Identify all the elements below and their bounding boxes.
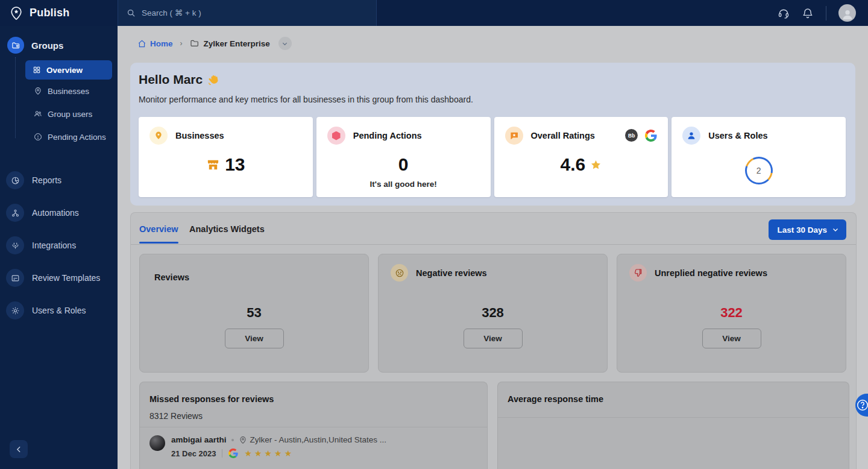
global-search[interactable] xyxy=(118,0,377,26)
groups-folder-icon xyxy=(7,37,24,54)
sidebar-businesses-label: Businesses xyxy=(48,87,89,96)
review-location-text: Zylker - Austin,Austin,United States ... xyxy=(250,435,387,444)
breadcrumb-entity[interactable]: Zylker Enterprise xyxy=(190,39,270,48)
date-range-label: Last 30 Days xyxy=(777,225,827,234)
stat-users-value: 2 xyxy=(756,166,761,175)
group-users-icon xyxy=(34,110,42,118)
missed-responses-title: Missed responses for reviews xyxy=(149,394,274,404)
sidebar: Groups Overview Businesses Group users P… xyxy=(0,26,118,469)
user-avatar[interactable] xyxy=(838,4,856,22)
stat-businesses-value: 13 xyxy=(225,154,245,175)
chevron-down-icon xyxy=(832,226,839,233)
home-icon xyxy=(137,39,146,48)
topbar: Publish xyxy=(0,0,868,26)
stat-ratings-value: 4.6 xyxy=(561,154,586,175)
breadcrumb: Home › Zylker Enterprise xyxy=(137,37,292,50)
stat-pending-note: It's all good here! xyxy=(316,180,491,189)
sidebar-automations-label: Automations xyxy=(32,208,79,218)
widget-negative-value: 328 xyxy=(379,305,607,321)
topbar-divider xyxy=(826,6,826,20)
reviewer-avatar xyxy=(149,435,165,451)
chevron-down-icon xyxy=(281,40,288,47)
users-roles-gear-icon xyxy=(6,301,24,319)
reviews-view-button[interactable]: View xyxy=(225,329,284,348)
negative-view-button[interactable]: View xyxy=(464,329,523,348)
star-icon xyxy=(590,159,602,171)
sidebar-groups-label: Groups xyxy=(31,40,63,51)
sidebar-item-businesses[interactable]: Businesses xyxy=(34,80,89,102)
sidebar-collapse-button[interactable] xyxy=(10,440,28,458)
breadcrumb-switcher-button[interactable] xyxy=(278,37,292,50)
stat-businesses-title: Businesses xyxy=(175,131,224,140)
app-title: Publish xyxy=(30,7,69,19)
question-mark-icon xyxy=(856,398,868,412)
vertical-divider xyxy=(222,449,222,458)
widgets-row: Reviews 53 View Negative reviews 328 Vie… xyxy=(139,254,846,373)
widget-unreplied-negative: Unreplied negative reviews 322 View xyxy=(617,254,846,373)
breadcrumb-entity-label: Zylker Enterprise xyxy=(204,39,270,48)
sidebar-item-integrations[interactable]: Integrations xyxy=(6,233,76,257)
breadcrumb-home[interactable]: Home xyxy=(137,39,173,48)
sidebar-reports-label: Reports xyxy=(32,175,61,185)
automations-flow-icon xyxy=(6,204,24,222)
sad-face-icon xyxy=(391,264,408,282)
reviewer-name: ambigai aarthi xyxy=(171,435,227,444)
stat-card-businesses[interactable]: Businesses 13 xyxy=(139,117,313,197)
review-date: 21 Dec 2023 xyxy=(171,449,216,458)
search-input[interactable] xyxy=(142,8,368,17)
storefront-icon xyxy=(206,158,220,172)
main-content: Home › Zylker Enterprise Hello Marc Moni… xyxy=(118,26,868,469)
tab-analytics-widgets[interactable]: Analytics Widgets xyxy=(189,224,265,234)
sidebar-item-group-users[interactable]: Group users xyxy=(34,102,92,125)
greeting-text: Hello Marc xyxy=(139,72,203,87)
unreplied-view-button[interactable]: View xyxy=(702,329,761,348)
greeting-title: Hello Marc xyxy=(139,72,220,87)
sidebar-tree-line xyxy=(15,57,16,138)
missed-responses-count: 8312 Reviews xyxy=(149,411,203,421)
date-range-button[interactable]: Last 30 Days xyxy=(769,219,846,240)
sidebar-pending-actions-label: Pending Actions xyxy=(48,133,106,142)
search-icon xyxy=(127,8,136,17)
tab-overview[interactable]: Overview xyxy=(139,224,178,234)
wave-hand-icon xyxy=(207,74,220,86)
sidebar-item-automations[interactable]: Automations xyxy=(6,201,79,225)
tabs-bar: Overview Analytics Widgets Last 30 Days xyxy=(131,213,856,245)
missed-responses-card: Missed responses for reviews 8312 Review… xyxy=(139,382,488,469)
sidebar-item-reports[interactable]: Reports xyxy=(6,168,61,192)
thumbs-down-icon xyxy=(629,264,647,282)
widget-reviews: Reviews 53 View xyxy=(139,254,369,373)
widget-reviews-value: 53 xyxy=(140,305,368,321)
sidebar-item-pending-actions[interactable]: Pending Actions xyxy=(34,125,106,148)
sidebar-integrations-label: Integrations xyxy=(32,241,76,250)
support-headset-icon[interactable] xyxy=(778,7,790,19)
avatar-person-icon xyxy=(841,8,854,20)
widget-negative-title: Negative reviews xyxy=(416,268,487,278)
stat-pending-title: Pending Actions xyxy=(353,131,422,140)
users-donut-chart: 2 xyxy=(745,157,773,184)
pending-actions-icon xyxy=(327,127,345,145)
dashboard-tab-panel: Overview Analytics Widgets Last 30 Days … xyxy=(130,212,857,469)
review-list-item[interactable]: ambigai aarthi Zylker - Austin,Austin,Un… xyxy=(149,435,386,458)
pending-actions-icon xyxy=(34,133,42,141)
sidebar-item-review-templates[interactable]: Review Templates xyxy=(6,266,100,290)
notifications-bell-icon[interactable] xyxy=(802,7,814,19)
users-person-icon xyxy=(682,127,700,145)
sidebar-review-templates-label: Review Templates xyxy=(32,273,100,283)
sidebar-item-overview[interactable]: Overview xyxy=(25,60,112,80)
topbar-actions xyxy=(778,4,868,22)
bing-badge: Bb xyxy=(625,129,638,142)
stat-card-users-roles[interactable]: Users & Roles 2 xyxy=(671,117,846,197)
app-window: Publish Groups Overview xyxy=(0,0,868,469)
overview-grid-icon xyxy=(33,66,41,74)
chevron-left-icon xyxy=(15,445,23,453)
sidebar-item-groups[interactable]: Groups xyxy=(7,37,63,54)
dot-separator xyxy=(231,439,234,441)
stat-cards-row: Businesses 13 Pending Actions 0 It's all… xyxy=(139,117,846,197)
app-logo: Publish xyxy=(0,5,118,21)
stat-card-pending-actions[interactable]: Pending Actions 0 It's all good here! xyxy=(316,117,491,197)
sidebar-item-users-roles[interactable]: Users & Roles xyxy=(6,298,86,323)
widget-reviews-title: Reviews xyxy=(154,272,189,282)
average-response-time-card: Average response time xyxy=(497,382,849,469)
stat-card-overall-ratings[interactable]: Overall Ratings Bb 4.6 xyxy=(494,117,668,197)
google-source-icon xyxy=(228,449,238,458)
